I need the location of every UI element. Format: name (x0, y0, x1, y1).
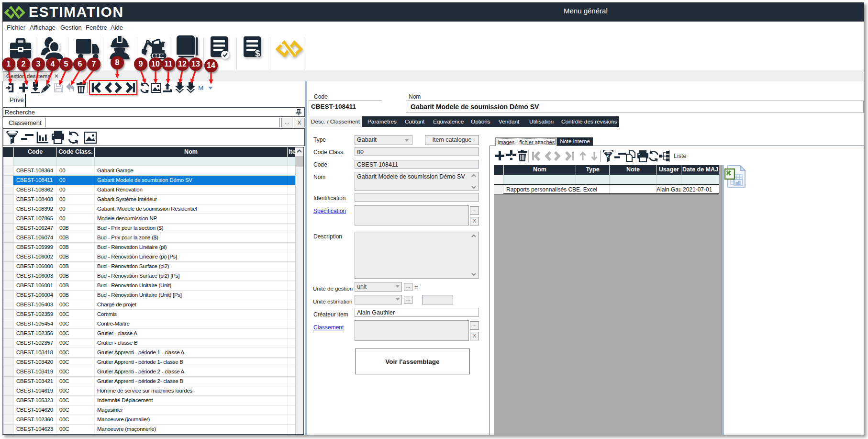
svg-text:$: $ (255, 48, 260, 58)
svg-text:x: x (607, 154, 609, 158)
svg-text:x: x (11, 135, 13, 140)
